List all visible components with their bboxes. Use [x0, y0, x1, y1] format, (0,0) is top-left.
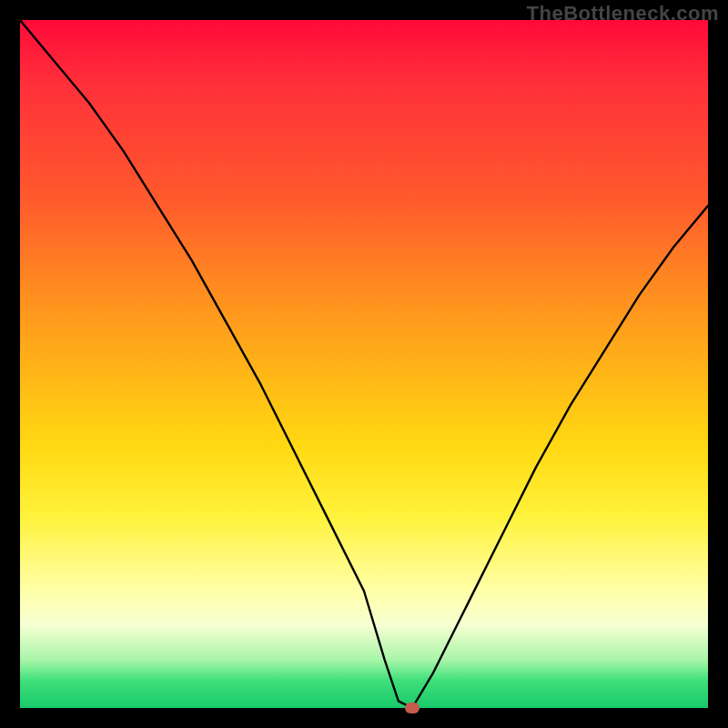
watermark-text: TheBottleneck.com: [527, 2, 719, 25]
bottleneck-curve: [20, 20, 708, 708]
optimal-point-marker: [405, 703, 420, 713]
chart-frame: TheBottleneck.com: [0, 0, 728, 728]
